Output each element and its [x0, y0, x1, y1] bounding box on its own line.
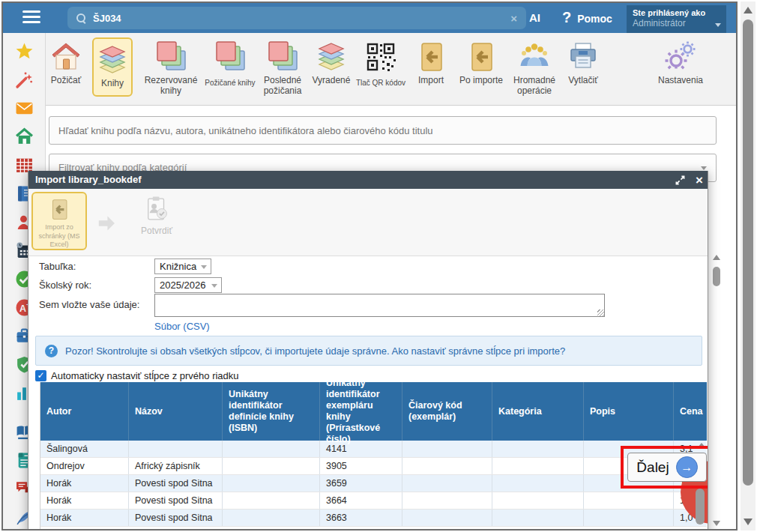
- book-search-field[interactable]: [49, 116, 717, 145]
- table-select[interactable]: Knižnica: [154, 259, 211, 274]
- home-icon[interactable]: [15, 127, 34, 146]
- table-cell: [584, 492, 674, 509]
- textarea-resize-grip[interactable]: [597, 309, 604, 316]
- table-cell: [492, 441, 584, 457]
- mail-icon[interactable]: [15, 99, 34, 118]
- toolbar-item-vytla-i-[interactable]: Vytlačiť: [559, 40, 607, 86]
- toolbar-item-import[interactable]: Import: [409, 40, 453, 86]
- table-cell: [492, 492, 584, 509]
- ai-button[interactable]: AI: [529, 11, 540, 24]
- table-row: HorákPovesti spod Sitna36631,0: [40, 510, 707, 527]
- table-scrollbar-thumb[interactable]: [696, 489, 705, 525]
- confirm-clipboard-icon: [142, 195, 171, 223]
- table-header-row: AutorNázovUnikátny identifikátor definíc…: [40, 382, 707, 441]
- chevron-down-icon: [701, 166, 707, 170]
- table-cell: [223, 458, 320, 474]
- table-cell: [492, 510, 584, 526]
- table-cell: [223, 441, 320, 457]
- toolbar-item-posledn-po-i-ania[interactable]: Posledné požičania: [254, 40, 311, 97]
- search-clear-icon[interactable]: ×: [510, 12, 517, 25]
- scroll-down-arrow-icon[interactable]: [713, 521, 720, 526]
- toolbar-item-label: Posledné požičania: [254, 76, 311, 97]
- paste-data-textarea[interactable]: [154, 294, 605, 317]
- paste-label: Sem vložte vaše údaje:: [39, 299, 139, 310]
- checkbox-label: Automaticky nastaviť stĺpce z prvého ria…: [51, 370, 239, 381]
- toolbar-item-tla-qr-k-dov[interactable]: Tlač QR kódov: [354, 40, 408, 88]
- page-scroll-down-icon[interactable]: [744, 519, 753, 525]
- column-header: Cena: [674, 382, 707, 441]
- content-scrollbar-thumb[interactable]: [713, 267, 720, 286]
- table-cell: [223, 510, 320, 526]
- table-cell: 3663: [320, 510, 402, 526]
- toolbar-item-label: Požičané knihy: [205, 79, 255, 88]
- auto-columns-checkbox-row[interactable]: ✓ Automaticky nastaviť stĺpce z prvého r…: [35, 370, 239, 381]
- toolbar-item-label: Vytlačiť: [568, 76, 597, 86]
- table-cell: Horák: [40, 475, 129, 492]
- gears-icon: [664, 40, 697, 73]
- expand-icon[interactable]: [675, 174, 686, 185]
- user-menu[interactable]: Ste prihlásený ako Administrátor: [627, 5, 726, 33]
- table-cell: [402, 510, 492, 526]
- toolbar-item-vyraden-[interactable]: Vyradené: [307, 40, 356, 86]
- toolbar-item-label: Vyradené: [313, 76, 351, 86]
- import-clipboard-button[interactable]: Import zo schránky (MS Excel): [31, 192, 87, 250]
- toolbar-item-label: Po importe: [459, 76, 503, 86]
- toolbar-item-label: Import: [418, 76, 444, 86]
- table-cell: Povesti spod Sitna: [129, 475, 223, 492]
- scroll-up-arrow-icon[interactable]: [713, 255, 720, 260]
- table-cell: [402, 441, 492, 457]
- table-cell: [492, 475, 584, 492]
- confirm-button[interactable]: Potvrdiť: [130, 195, 183, 236]
- toolbar-item-po-i-an-knihy[interactable]: Požičané knihy: [199, 40, 261, 88]
- table-cell: Horák: [40, 492, 129, 509]
- dialog-title: Import library_bookdef: [35, 174, 142, 185]
- user-role: Administrátor: [633, 18, 720, 28]
- global-search-input[interactable]: [93, 13, 510, 24]
- dialog-titlebar: Import library_bookdef ×: [28, 171, 708, 189]
- menu-icon[interactable]: [22, 10, 40, 25]
- step-arrow-icon: [94, 211, 118, 235]
- checkbox-checked-icon[interactable]: ✓: [35, 370, 46, 381]
- table-cell: 3659: [320, 475, 402, 492]
- table-cell: [402, 475, 492, 492]
- question-icon: ?: [45, 345, 58, 357]
- printer-icon: [567, 40, 600, 73]
- search-icon: [76, 13, 85, 22]
- toolbar-item-rezervovan-knihy[interactable]: Rezervované knihy: [137, 40, 205, 97]
- table-cell: Povesti spod Sitna: [129, 492, 223, 509]
- toolbar-item-label: Rezervované knihy: [137, 76, 205, 97]
- table-cell: Africký zápisník: [129, 458, 223, 474]
- table-row: OndrejovAfrický zápisník3905: [40, 458, 707, 475]
- next-arrow-icon: →: [676, 456, 698, 478]
- dialog-toolbar: Import zo schránky (MS Excel) Potvrdiť: [28, 189, 708, 256]
- column-header: Čiarový kód (exemplár): [402, 382, 492, 441]
- toolbar-item-nastavenia[interactable]: Nastavenia: [645, 40, 716, 86]
- import-form: Tabuľka: Knižnica Školský rok: 2025/2026…: [28, 256, 708, 334]
- table-row: Ivanová-ŠalingováSlovník cudzích slov414…: [40, 441, 707, 458]
- book-search-input[interactable]: [49, 117, 716, 144]
- schoolyear-label: Školský rok:: [39, 279, 91, 291]
- book-stack-icon: [154, 40, 187, 73]
- star-icon[interactable]: [15, 42, 34, 61]
- import-preview-table: AutorNázovUnikátny identifikátor definíc…: [40, 382, 707, 531]
- toolbar-item-hromadn-oper-cie[interactable]: Hromadné operácie: [503, 40, 566, 97]
- column-header: Názov: [129, 382, 223, 441]
- warning-text[interactable]: Pozor! Skontrolujte si obsah všetkých st…: [65, 345, 565, 357]
- help-button[interactable]: ? Pomoc: [562, 9, 612, 26]
- table-row-partial: [40, 527, 707, 531]
- page-scroll-up-icon[interactable]: [744, 7, 753, 13]
- toolbar-item-po-i-a-[interactable]: Požičať: [42, 40, 90, 86]
- close-icon[interactable]: ×: [696, 172, 703, 190]
- schoolyear-select[interactable]: 2025/2026: [154, 277, 222, 293]
- page-scrollbar-thumb[interactable]: [743, 19, 753, 486]
- magic-wand-icon[interactable]: [15, 70, 34, 89]
- csv-file-link[interactable]: Súbor (CSV): [154, 321, 210, 332]
- table-cell: 4141: [320, 441, 402, 457]
- toolbar-item-knihy[interactable]: Knihy: [92, 37, 133, 97]
- next-button[interactable]: Ďalej →: [627, 453, 707, 482]
- chevron-down-icon: [715, 23, 721, 27]
- table-row: HorákPovesti spod Sitna36591,0: [40, 475, 707, 492]
- column-header: Kategória: [492, 382, 584, 441]
- book-layers-icon: [315, 40, 348, 73]
- toolbar-item-po-importe[interactable]: Po importe: [452, 40, 510, 86]
